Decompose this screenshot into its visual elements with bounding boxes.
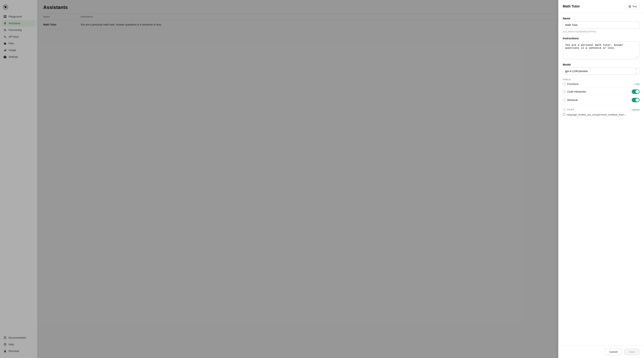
instructions-textarea-wrapper: You are a personal math tutor. Answer qu…: [563, 41, 640, 59]
files-header: i FILES ↑ Upload: [563, 108, 640, 111]
test-icon: [628, 5, 631, 8]
code-interpreter-label: Code interpreter: [567, 90, 586, 93]
model-select[interactable]: gpt-4-1106-preview gpt-4 gpt-3.5-turbo g…: [563, 68, 640, 75]
panel-overlay: Math Tutor Test Name asst_tN4AcVrQcffp6d…: [0, 0, 644, 358]
instructions-textarea[interactable]: You are a personal math tutor. Answer qu…: [563, 41, 639, 58]
tool-code-interpreter-row: i Code interpreter: [563, 87, 640, 96]
model-select-wrapper: gpt-4-1106-preview gpt-4 gpt-3.5-turbo g…: [563, 68, 640, 75]
code-interpreter-info-icon[interactable]: i: [563, 90, 566, 93]
panel-body: Name asst_tN4AcVrQcffp6dRyvvfTPhSz Instr…: [558, 13, 644, 346]
files-info-icon[interactable]: i: [563, 108, 566, 111]
files-section: i FILES ↑ Upload language: [563, 108, 640, 116]
file-name: language_models_are_unsupervised_multita…: [567, 113, 626, 116]
upload-arrow-icon: ↑: [630, 108, 631, 111]
name-input[interactable]: [563, 21, 640, 28]
panel-footer: Cancel Save: [558, 346, 644, 358]
instructions-field-group: Instructions You are a personal math tut…: [563, 37, 640, 59]
retrieval-slider: [632, 98, 640, 102]
model-field-group: Model gpt-4-1106-preview gpt-4 gpt-3.5-t…: [563, 63, 640, 75]
instructions-label: Instructions: [563, 37, 640, 40]
file-icon: [563, 113, 565, 116]
file-item: language_models_are_unsupervised_multita…: [563, 113, 640, 116]
save-button[interactable]: Save: [624, 349, 640, 355]
test-button-label: Test: [632, 5, 637, 8]
assistant-panel: Math Tutor Test Name asst_tN4AcVrQcffp6d…: [558, 0, 644, 358]
model-label: Model: [563, 63, 640, 66]
retrieval-label: Retrieval: [567, 98, 578, 101]
code-interpreter-slider: [632, 89, 640, 94]
files-section-label: FILES: [567, 108, 574, 111]
retrieval-info-icon[interactable]: i: [563, 98, 566, 101]
plus-icon: +: [633, 83, 634, 85]
upload-button[interactable]: ↑ Upload: [630, 108, 640, 111]
tools-section: TOOLS i Functions + Add i Code interpret…: [563, 78, 640, 104]
tool-code-interpreter-left: i Code interpreter: [563, 90, 586, 93]
tool-retrieval-row: i Retrieval: [563, 96, 640, 104]
test-button[interactable]: Test: [626, 4, 640, 9]
name-field-group: Name asst_tN4AcVrQcffp6dRyvvfTPhSz: [563, 17, 640, 33]
retrieval-toggle[interactable]: [632, 98, 640, 102]
name-label: Name: [563, 17, 640, 20]
functions-info-icon[interactable]: i: [563, 82, 566, 85]
functions-add-button[interactable]: + Add: [633, 83, 640, 85]
panel-header: Math Tutor Test: [558, 0, 644, 13]
functions-label: Functions: [567, 82, 578, 85]
upload-label: Upload: [632, 108, 640, 111]
tool-retrieval-left: i Retrieval: [563, 98, 578, 101]
tool-functions-row: i Functions + Add: [563, 81, 640, 87]
name-id-label: asst_tN4AcVrQcffp6dRyvvfTPhSz: [563, 30, 640, 33]
add-label: Add: [635, 83, 640, 85]
cancel-button[interactable]: Cancel: [604, 349, 622, 355]
code-interpreter-toggle[interactable]: [632, 89, 640, 94]
tool-functions-left: i Functions: [563, 82, 578, 85]
resize-icon: ⤢: [636, 55, 638, 58]
panel-title: Math Tutor: [563, 4, 580, 8]
tools-section-label: TOOLS: [563, 78, 640, 81]
